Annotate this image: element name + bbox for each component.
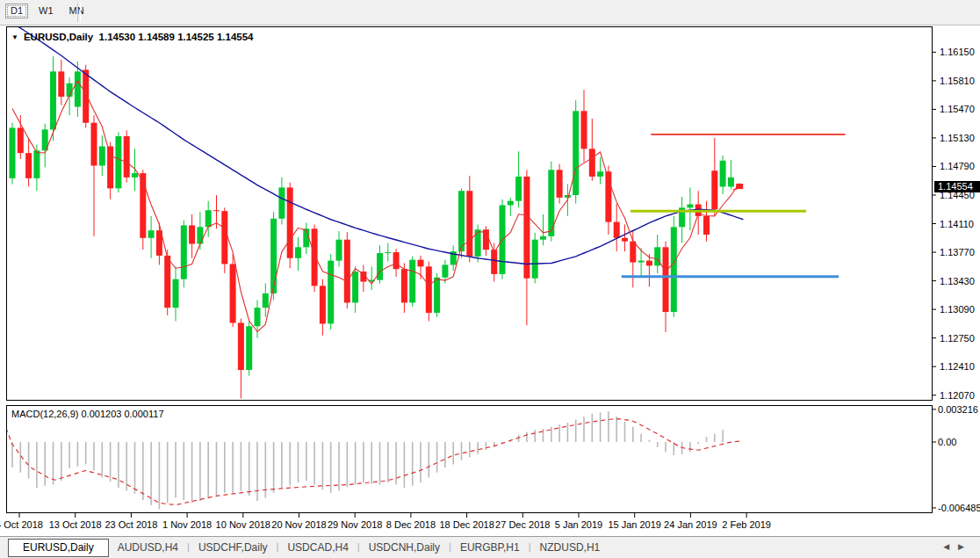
low-value: 1.14525 [177,32,214,42]
price-axis-label: 1.12410 [940,361,975,372]
tab-scroll-right-button[interactable]: ▶ [958,542,973,551]
date-axis-label: 8 Dec 2018 [386,519,436,530]
symbol-period-label: EURUSD,Daily [24,32,93,42]
date-axis-label: 29 Nov 2018 [328,519,382,530]
tab-eurusd-daily[interactable]: EURUSD,Daily [8,539,109,557]
tab-audusd-h4[interactable]: AUDUSD,H4 [109,539,187,557]
price-axis-label: 1.13090 [940,304,975,315]
date-axis-label: 5 Jan 2019 [555,519,602,530]
date-axis-label: 4 Oct 2018 [0,519,43,530]
price-axis-label: 1.13770 [940,247,975,257]
date-axis-label: 23 Oct 2018 [104,519,157,530]
price-axis-label: 1.14790 [940,161,975,171]
tab-usdcnh-daily[interactable]: USDCNH,Daily [360,539,449,557]
price-axis-label: 1.12750 [940,333,975,344]
macd-layer [0,411,741,509]
date-axis-label: 13 Oct 2018 [49,519,102,530]
macd-axis-label: -0.006485 [938,503,980,513]
last-price-marker [736,184,743,189]
price-axis-label: 1.13430 [940,276,975,286]
date-axis-label: 27 Dec 2018 [495,519,550,530]
chart-tab-bar: EURUSD,DailyAUDUSD,H4|USDCHF,Daily|USDCA… [0,536,980,558]
price-axis-label: 1.15810 [940,76,975,86]
price-axis-label: 1.12070 [940,390,975,401]
tab-usdchf-daily[interactable]: USDCHF,Daily [190,539,277,557]
macd-axis-label: 0.00 [938,437,956,447]
ma-fast-line [12,81,739,332]
price-axis-label: 1.14110 [940,219,974,229]
price-axis-label: 1.15470 [940,104,975,114]
tab-nzdusd-h1[interactable]: NZDUSD,H1 [531,539,609,557]
price-axis-label: 1.16150 [940,47,975,57]
chart-title: ▼EURUSD,Daily 1.14530 1.14589 1.14525 1.… [11,32,253,42]
date-axis-label: 20 Nov 2018 [271,519,326,530]
tab-usdcad-h4[interactable]: USDCAD,H4 [278,539,357,557]
date-axis-label: 1 Nov 2018 [162,519,212,530]
open-value: 1.14530 [99,32,136,42]
close-value: 1.14554 [217,32,254,42]
price-axis-label: 1.15130 [940,133,975,143]
date-axis-label: 15 Jan 2019 [608,519,661,530]
price-chart-layer [4,23,846,399]
macd-histogram [12,411,723,509]
date-axis-label: 24 Jan 2019 [664,519,717,530]
tab-scroll-left-button[interactable]: ◀ [943,542,958,551]
ma-slow-line [4,23,744,265]
date-axis-label: 10 Nov 2018 [216,519,270,530]
date-axis-label: 18 Dec 2018 [439,519,494,530]
high-value: 1.14589 [138,32,175,42]
chart-canvas [0,0,980,558]
macd-signal-value: 0.000117 [124,409,163,419]
tab-eurgbp-h1[interactable]: EURGBP,H1 [451,539,529,557]
macd-main-value: 0.001203 [81,409,121,419]
current-price-badge: 1.14554 [934,181,980,192]
chevron-down-icon[interactable]: ▼ [11,33,18,41]
macd-name: MACD(12,26,9) [11,409,78,419]
macd-indicator-label: MACD(12,26,9) 0.001203 0.000117 [11,409,164,419]
candlesticks [10,56,743,398]
date-axis-label: 2 Feb 2019 [722,519,771,530]
macd-axis-label: 0.003216 [938,404,978,415]
macd-signal-line [0,419,741,504]
